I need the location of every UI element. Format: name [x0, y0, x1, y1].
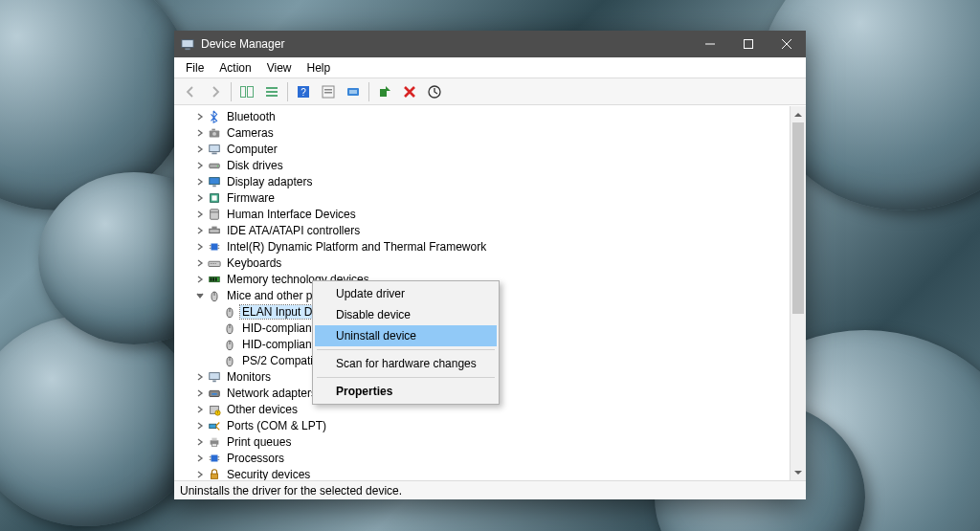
cpu-icon: [207, 451, 222, 466]
svg-point-23: [217, 165, 218, 166]
tree-item[interactable]: Disk drives: [180, 157, 790, 173]
properties-button[interactable]: [317, 81, 340, 102]
chevron-icon[interactable]: [193, 210, 207, 218]
svg-rect-20: [210, 144, 220, 151]
tree-item[interactable]: Security devices: [180, 466, 790, 480]
svg-rect-59: [212, 393, 216, 395]
chevron-icon[interactable]: [193, 162, 207, 169]
ctx-scan-hardware[interactable]: Scan for hardware changes: [315, 353, 497, 374]
svg-rect-35: [218, 245, 220, 246]
tree-item-label: Firmware: [225, 191, 277, 205]
menu-file[interactable]: File: [178, 59, 212, 77]
chevron-icon[interactable]: [193, 129, 207, 137]
ctx-disable-device[interactable]: Disable device: [315, 304, 497, 325]
menu-action[interactable]: Action: [212, 59, 258, 77]
enable-device-button[interactable]: [373, 81, 396, 102]
svg-rect-38: [211, 263, 212, 264]
scan-hardware-button[interactable]: [342, 81, 365, 102]
mouse-icon: [222, 321, 237, 336]
scroll-down-icon[interactable]: [791, 464, 806, 480]
tree-item[interactable]: Print queues: [180, 433, 790, 450]
tree-item[interactable]: Processors: [180, 450, 790, 466]
tree-item-label: Other devices: [225, 403, 300, 416]
ctx-update-driver[interactable]: Update driver: [315, 283, 497, 304]
tree-item[interactable]: Keyboards: [180, 254, 790, 271]
tree-item[interactable]: Computer: [180, 141, 790, 157]
minimize-button[interactable]: [691, 31, 729, 57]
svg-rect-63: [210, 424, 216, 428]
tree-item-label: Monitors: [225, 370, 273, 384]
uninstall-device-button[interactable]: [398, 81, 421, 102]
tree-item[interactable]: Firmware: [180, 189, 790, 206]
hid-icon: [207, 207, 222, 222]
close-button[interactable]: [768, 31, 806, 57]
scroll-track[interactable]: [791, 122, 806, 464]
back-button[interactable]: [179, 81, 202, 102]
chevron-icon[interactable]: [193, 178, 207, 186]
chevron-icon[interactable]: [193, 454, 207, 462]
maximize-button[interactable]: [729, 31, 768, 57]
svg-rect-71: [218, 458, 220, 459]
ctx-separator: [317, 377, 495, 378]
vertical-scrollbar[interactable]: [790, 106, 806, 480]
toolbar: ?: [174, 78, 806, 105]
menu-view[interactable]: View: [259, 59, 300, 77]
help-button[interactable]: ?: [292, 81, 315, 102]
chevron-icon[interactable]: [193, 227, 207, 234]
svg-rect-56: [210, 372, 220, 379]
other-icon: !: [207, 402, 222, 417]
show-hide-console-button[interactable]: [235, 81, 258, 102]
scroll-thumb[interactable]: [792, 122, 804, 314]
ctx-properties[interactable]: Properties: [315, 381, 497, 402]
chevron-icon[interactable]: [193, 259, 207, 267]
svg-rect-25: [212, 185, 216, 187]
tree-item[interactable]: Intel(R) Dynamic Platform and Thermal Fr…: [180, 238, 790, 254]
svg-rect-12: [324, 92, 332, 94]
chevron-icon[interactable]: [193, 194, 207, 202]
mouse-icon: [222, 353, 237, 368]
tree-item-label: Print queues: [225, 435, 293, 449]
svg-rect-65: [212, 437, 216, 440]
svg-rect-2: [745, 40, 753, 49]
svg-rect-4: [248, 86, 254, 97]
titlebar[interactable]: Device Manager: [174, 31, 806, 57]
svg-rect-67: [212, 454, 218, 461]
svg-rect-1: [185, 48, 189, 50]
chevron-icon[interactable]: [193, 471, 207, 478]
svg-rect-43: [211, 277, 212, 281]
tree-item-label: Keyboards: [225, 256, 283, 270]
chevron-icon[interactable]: [193, 113, 207, 121]
svg-rect-70: [218, 456, 220, 457]
tree-item[interactable]: Ports (COM & LPT): [180, 417, 790, 433]
tree-item[interactable]: Cameras: [180, 124, 790, 141]
tree-item-label: Cameras: [225, 126, 276, 140]
chevron-icon[interactable]: [193, 292, 207, 299]
svg-rect-14: [349, 90, 357, 94]
chevron-icon[interactable]: [193, 389, 207, 397]
tree-item[interactable]: IDE ATA/ATAPI controllers: [180, 222, 790, 238]
tree-item-label: Ports (COM & LPT): [225, 419, 328, 432]
svg-rect-7: [266, 95, 278, 97]
scroll-up-icon[interactable]: [791, 106, 806, 122]
chevron-icon[interactable]: [193, 145, 207, 153]
chevron-icon[interactable]: [193, 422, 207, 430]
statusbar: Uninstalls the driver for the selected d…: [174, 480, 806, 499]
ctx-uninstall-device[interactable]: Uninstall device: [315, 325, 497, 346]
svg-rect-41: [215, 263, 216, 264]
chevron-icon[interactable]: [193, 373, 207, 381]
chevron-icon[interactable]: [193, 406, 207, 413]
chevron-icon[interactable]: [193, 243, 207, 251]
tree-item[interactable]: Human Interface Devices: [180, 206, 790, 222]
svg-point-18: [212, 131, 216, 135]
chevron-icon[interactable]: [193, 276, 207, 283]
menubar: File Action View Help: [174, 57, 806, 78]
forward-button[interactable]: [204, 81, 227, 102]
tree-item[interactable]: Bluetooth: [180, 108, 790, 124]
tree-item[interactable]: Display adapters: [180, 173, 790, 189]
tree-item-label: Processors: [225, 452, 286, 465]
list-view-button[interactable]: [260, 81, 283, 102]
menu-help[interactable]: Help: [300, 59, 339, 77]
update-driver-button[interactable]: [423, 81, 446, 102]
svg-rect-36: [218, 247, 220, 248]
chevron-icon[interactable]: [193, 438, 207, 446]
